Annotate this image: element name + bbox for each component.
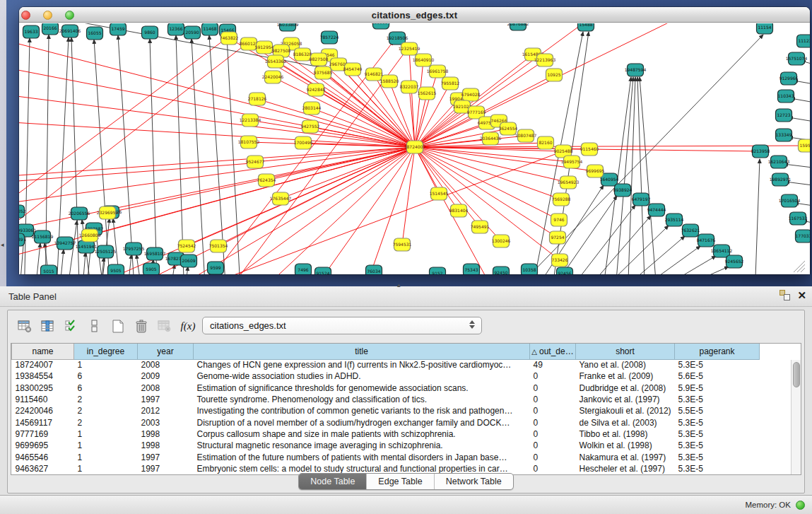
- delete-column-button[interactable]: [131, 317, 151, 335]
- table-cell[interactable]: Tibbo et al. (1998): [576, 428, 675, 440]
- panel-splitter-handle[interactable]: ▴: [397, 281, 401, 288]
- table-cell[interactable]: 2: [74, 394, 138, 405]
- table-cell[interactable]: 5.3E-5: [675, 440, 760, 451]
- table-row[interactable]: 1938455462009Genome-wide association stu…: [12, 370, 792, 382]
- tab-edge-table[interactable]: Edge Table: [367, 474, 434, 489]
- close-panel-icon[interactable]: ✕: [797, 290, 806, 300]
- table-cell[interactable]: 2: [74, 416, 138, 428]
- table-cell[interactable]: 5.3E-5: [675, 428, 760, 440]
- table-cell[interactable]: 2008: [138, 382, 194, 394]
- row-mode-button[interactable]: [85, 317, 105, 335]
- tab-node-table[interactable]: Node Table: [299, 474, 367, 489]
- tab-network-table[interactable]: Network Table: [435, 474, 513, 489]
- table-cell[interactable]: 5.3E-5: [675, 416, 760, 428]
- table-cell[interactable]: 2: [74, 405, 138, 416]
- table-cell[interactable]: 9465546: [12, 451, 74, 462]
- table-cell[interactable]: 0: [530, 451, 576, 462]
- window-resize-grip[interactable]: [794, 261, 805, 272]
- table-cell[interactable]: Estimation of significance thresholds fo…: [194, 382, 530, 394]
- table-cell[interactable]: 0: [530, 370, 576, 382]
- float-panel-icon[interactable]: [779, 290, 790, 300]
- table-cell[interactable]: 5.5E-5: [675, 405, 760, 416]
- citation-network-graph[interactable]: 1963320166206914061605517459986012366205…: [19, 23, 810, 274]
- table-cell[interactable]: 6: [74, 382, 138, 394]
- table-cell[interactable]: Yano et al. (2008): [576, 359, 675, 370]
- show-column-button[interactable]: [38, 317, 58, 335]
- table-cell[interactable]: 1: [74, 440, 138, 451]
- import-table-button[interactable]: [155, 317, 175, 335]
- table-cell[interactable]: 9115460: [12, 394, 74, 405]
- table-cell[interactable]: Structural magnetic resonance image aver…: [194, 440, 530, 451]
- table-row[interactable]: 946554611997Estimation of the future num…: [12, 451, 792, 462]
- table-cell[interactable]: 2009: [138, 370, 194, 382]
- table-cell[interactable]: 1: [74, 428, 138, 440]
- table-cell[interactable]: Wolkin et al. (1998): [576, 440, 675, 451]
- table-cell[interactable]: Jankovic et al. (1997): [576, 394, 675, 405]
- column-selection-button[interactable]: [61, 317, 81, 335]
- table-cell[interactable]: Stergiakouli et al. (2012): [576, 405, 675, 416]
- table-cell[interactable]: 5.3E-5: [675, 394, 760, 405]
- table-cell[interactable]: 18300295: [12, 382, 74, 394]
- table-cell[interactable]: 19384554: [12, 370, 74, 382]
- table-cell[interactable]: Corpus callosum shape and size in male p…: [194, 428, 530, 440]
- table-options-button[interactable]: [15, 317, 35, 335]
- table-cell[interactable]: 18724007: [12, 359, 74, 370]
- create-column-button[interactable]: [108, 317, 128, 335]
- table-row[interactable]: 1456911722003Disruption of a novel membe…: [12, 416, 792, 428]
- column-header-out_de[interactable]: △out_de…: [530, 344, 576, 359]
- table-cell[interactable]: 14569117: [12, 416, 74, 428]
- table-scrollbar[interactable]: [791, 360, 801, 475]
- table-cell[interactable]: 1: [74, 359, 138, 370]
- table-cell[interactable]: 49: [530, 359, 576, 370]
- table-cell[interactable]: 9777169: [12, 428, 74, 440]
- table-cell[interactable]: Estimation of the future numbers of pati…: [194, 451, 530, 462]
- network-canvas[interactable]: 1963320166206914061605517459986012366205…: [19, 23, 810, 274]
- table-cell[interactable]: 0: [530, 382, 576, 394]
- table-cell[interactable]: Genome-wide association studies in ADHD.: [194, 370, 530, 382]
- network-window[interactable]: citations_edges.txt 19633201662069140616…: [19, 7, 810, 274]
- column-header-pagerank[interactable]: pagerank: [675, 344, 760, 359]
- table-cell[interactable]: 0: [530, 428, 576, 440]
- table-cell[interactable]: Dudbridge et al. (2008): [576, 382, 675, 394]
- function-builder-button[interactable]: f(x): [178, 317, 198, 335]
- table-cell[interactable]: 0: [530, 405, 576, 416]
- table-cell[interactable]: 2008: [138, 359, 194, 370]
- table-cell[interactable]: 5.3E-5: [675, 451, 760, 462]
- table-cell[interactable]: 1: [74, 451, 138, 462]
- column-header-title[interactable]: title: [194, 344, 530, 359]
- table-cell[interactable]: 1997: [138, 451, 194, 462]
- column-header-short[interactable]: short: [576, 344, 675, 359]
- table-row[interactable]: 2242004622012Investigating the contribut…: [12, 405, 792, 416]
- table-cell[interactable]: Changes of HCN gene expression and I(f) …: [194, 359, 530, 370]
- table-cell[interactable]: Tourette syndrome. Phenomenology and cla…: [194, 394, 530, 405]
- table-cell[interactable]: Franke et al. (2009): [576, 370, 675, 382]
- table-cell[interactable]: Disruption of a novel member of a sodium…: [194, 416, 530, 428]
- table-row[interactable]: 911546021997Tourette syndrome. Phenomeno…: [12, 394, 792, 405]
- table-cell[interactable]: 2003: [138, 416, 194, 428]
- table-cell[interactable]: Investigating the contribution of common…: [194, 405, 530, 416]
- table-cell[interactable]: 5.3E-5: [675, 359, 760, 370]
- column-header-year[interactable]: year: [138, 344, 194, 359]
- table-cell[interactable]: 1998: [138, 440, 194, 451]
- table-cell[interactable]: 0: [530, 416, 576, 428]
- table-cell[interactable]: 0: [530, 394, 576, 405]
- table-row[interactable]: 977716911998Corpus callosum shape and si…: [12, 428, 792, 440]
- table-cell[interactable]: 9699695: [12, 440, 74, 451]
- panel-collapse-arrow-icon[interactable]: ◂: [1, 242, 4, 248]
- table-cell[interactable]: 6: [74, 370, 138, 382]
- table-select-dropdown[interactable]: citations_edges.txt: [202, 317, 482, 334]
- table-cell[interactable]: 1997: [138, 394, 194, 405]
- window-titlebar[interactable]: citations_edges.txt: [19, 7, 810, 23]
- column-header-name[interactable]: name: [12, 344, 74, 359]
- table-cell[interactable]: 5.6E-5: [675, 370, 760, 382]
- table-cell[interactable]: 1998: [138, 428, 194, 440]
- table-row[interactable]: 969969511998Structural magnetic resonanc…: [12, 440, 792, 451]
- table-cell[interactable]: de Silva et al. (2003): [576, 416, 675, 428]
- scrollbar-thumb[interactable]: [793, 362, 800, 387]
- table-cell[interactable]: 22420046: [12, 405, 74, 416]
- table-row[interactable]: 1830029562008Estimation of significance …: [12, 382, 792, 394]
- table-cell[interactable]: Nakamura et al. (1997): [576, 451, 675, 462]
- column-header-in_degree[interactable]: in_degree: [74, 344, 138, 359]
- table-cell[interactable]: 0: [530, 440, 576, 451]
- table-cell[interactable]: 2012: [138, 405, 194, 416]
